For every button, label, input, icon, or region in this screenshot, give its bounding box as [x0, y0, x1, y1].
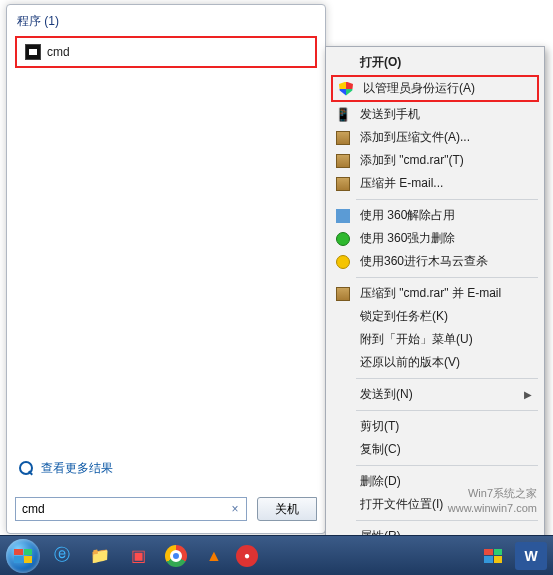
- taskbar: ⓔ 📁 ▣ ▲ ● W: [0, 535, 553, 575]
- blank-icon: [334, 474, 352, 490]
- ctx-send-to-phone[interactable]: 📱 发送到手机: [328, 103, 542, 126]
- taskbar-record-icon[interactable]: ●: [236, 545, 258, 567]
- 360-icon: [334, 208, 352, 224]
- blank-icon: [334, 497, 352, 513]
- ctx-360-unlock[interactable]: 使用 360解除占用: [328, 204, 542, 227]
- ctx-360-trojan-scan[interactable]: 使用360进行木马云查杀: [328, 250, 542, 273]
- ctx-delete[interactable]: 删除(D): [328, 470, 542, 493]
- phone-icon: 📱: [334, 107, 352, 123]
- ctx-compress-cmd-rar-email[interactable]: 压缩到 "cmd.rar" 并 E-mail: [328, 282, 542, 305]
- ctx-360-force-delete[interactable]: 使用 360强力删除: [328, 227, 542, 250]
- blank-icon: [334, 442, 352, 458]
- blank-icon: [334, 309, 352, 325]
- archive-icon: [334, 176, 352, 192]
- taskbar-explorer-icon[interactable]: 📁: [84, 542, 116, 570]
- separator: [356, 520, 538, 521]
- result-label: cmd: [47, 45, 70, 59]
- blank-icon: [334, 355, 352, 371]
- 360-green-icon: [334, 231, 352, 247]
- taskbar-word-icon[interactable]: W: [515, 542, 547, 570]
- search-input-wrap: ×: [15, 497, 247, 521]
- search-row: × 关机: [15, 497, 317, 521]
- start-button[interactable]: [6, 539, 40, 573]
- archive-icon: [334, 286, 352, 302]
- search-result-cmd[interactable]: cmd: [19, 40, 313, 64]
- separator: [356, 410, 538, 411]
- taskbar-media-icon[interactable]: ▣: [122, 542, 154, 570]
- blank-icon: [334, 419, 352, 435]
- 360-yellow-icon: [334, 254, 352, 270]
- shutdown-button[interactable]: 关机: [257, 497, 317, 521]
- ctx-compress-email[interactable]: 压缩并 E-mail...: [328, 172, 542, 195]
- clear-search-icon[interactable]: ×: [227, 501, 243, 517]
- taskbar-chrome-icon[interactable]: [160, 542, 192, 570]
- archive-icon: [334, 153, 352, 169]
- blank-icon: [334, 332, 352, 348]
- ctx-add-to-archive[interactable]: 添加到压缩文件(A)...: [328, 126, 542, 149]
- taskbar-window-icon[interactable]: [477, 542, 509, 570]
- blank-icon: [334, 387, 352, 403]
- separator: [356, 378, 538, 379]
- ctx-open[interactable]: 打开(O): [328, 51, 542, 74]
- separator: [356, 277, 538, 278]
- ctx-run-as-admin[interactable]: 以管理员身份运行(A): [333, 77, 537, 100]
- cmd-icon: [25, 44, 41, 60]
- ctx-copy[interactable]: 复制(C): [328, 438, 542, 461]
- start-menu-panel: 程序 (1) cmd 查看更多结果 × 关机: [6, 4, 326, 534]
- context-menu: 打开(O) 以管理员身份运行(A) 📱 发送到手机 添加到压缩文件(A)... …: [325, 46, 545, 553]
- taskbar-vlc-icon[interactable]: ▲: [198, 542, 230, 570]
- ctx-pin-start[interactable]: 附到「开始」菜单(U): [328, 328, 542, 351]
- separator: [356, 465, 538, 466]
- separator: [356, 199, 538, 200]
- results-section-header: 程序 (1): [7, 5, 325, 34]
- taskbar-ie-icon[interactable]: ⓔ: [46, 542, 78, 570]
- ctx-restore-previous[interactable]: 还原以前的版本(V): [328, 351, 542, 374]
- ctx-add-to-cmd-rar[interactable]: 添加到 "cmd.rar"(T): [328, 149, 542, 172]
- blank-icon: [334, 55, 352, 71]
- highlighted-run-as-admin: 以管理员身份运行(A): [331, 75, 539, 102]
- archive-icon: [334, 130, 352, 146]
- ctx-open-location[interactable]: 打开文件位置(I): [328, 493, 542, 516]
- shield-icon: [337, 81, 355, 97]
- ctx-pin-taskbar[interactable]: 锁定到任务栏(K): [328, 305, 542, 328]
- see-more-results-link[interactable]: 查看更多结果: [19, 460, 113, 477]
- highlighted-result-box: cmd: [15, 36, 317, 68]
- more-results-label: 查看更多结果: [41, 460, 113, 477]
- submenu-arrow-icon: ▶: [524, 389, 532, 400]
- windows-logo-icon: [14, 549, 32, 563]
- search-icon: [19, 461, 35, 477]
- ctx-cut[interactable]: 剪切(T): [328, 415, 542, 438]
- ctx-send-to[interactable]: 发送到(N) ▶: [328, 383, 542, 406]
- search-input[interactable]: [15, 497, 247, 521]
